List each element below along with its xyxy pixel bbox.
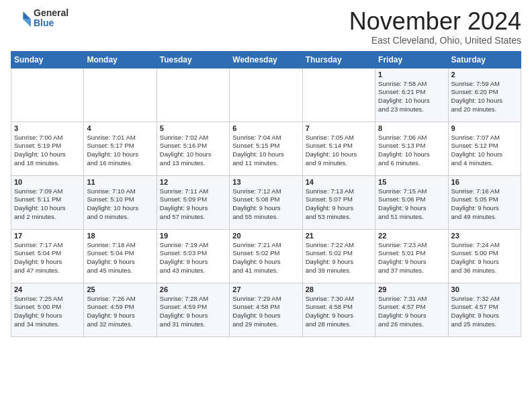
calendar-cell: 16Sunrise: 7:16 AMSunset: 5:05 PMDayligh… [448, 175, 521, 229]
calendar-table: Sunday Monday Tuesday Wednesday Thursday… [11, 51, 521, 337]
calendar-cell: 8Sunrise: 7:06 AMSunset: 5:13 PMDaylight… [375, 122, 448, 175]
calendar-cell: 30Sunrise: 7:32 AMSunset: 4:57 PMDayligh… [448, 283, 521, 336]
day-number: 4 [87, 124, 153, 132]
day-number: 26 [160, 285, 226, 293]
calendar-cell [302, 68, 375, 122]
day-info: Sunrise: 7:28 AMSunset: 4:59 PMDaylight:… [160, 295, 226, 329]
day-info: Sunrise: 7:23 AMSunset: 5:01 PMDaylight:… [378, 241, 445, 275]
calendar-cell: 7Sunrise: 7:05 AMSunset: 5:14 PMDaylight… [302, 122, 375, 175]
day-number: 16 [451, 178, 518, 186]
calendar-week-row: 17Sunrise: 7:17 AMSunset: 5:04 PMDayligh… [11, 229, 521, 283]
header: General Blue November 2024 East Clevelan… [0, 0, 532, 51]
day-info: Sunrise: 7:00 AMSunset: 5:19 PMDaylight:… [14, 134, 81, 168]
day-info: Sunrise: 7:30 AMSunset: 4:58 PMDaylight:… [306, 295, 372, 329]
day-number: 15 [378, 178, 445, 186]
day-number: 9 [451, 124, 518, 132]
logo-blue-text: Blue [34, 18, 69, 28]
calendar-cell [230, 68, 302, 122]
day-info: Sunrise: 7:25 AMSunset: 5:00 PMDaylight:… [14, 295, 81, 329]
col-friday: Friday [375, 51, 448, 68]
calendar-week-row: 3Sunrise: 7:00 AMSunset: 5:19 PMDaylight… [11, 122, 521, 175]
day-number: 21 [306, 232, 372, 240]
day-number: 22 [378, 232, 445, 240]
calendar-wrapper: Sunday Monday Tuesday Wednesday Thursday… [0, 51, 532, 342]
calendar-header-row: Sunday Monday Tuesday Wednesday Thursday… [11, 51, 521, 68]
calendar-week-row: 1Sunrise: 7:58 AMSunset: 6:21 PMDaylight… [11, 68, 521, 122]
calendar-cell: 19Sunrise: 7:19 AMSunset: 5:03 PMDayligh… [157, 229, 229, 283]
day-info: Sunrise: 7:26 AMSunset: 4:59 PMDaylight:… [87, 295, 153, 329]
calendar-cell: 11Sunrise: 7:10 AMSunset: 5:10 PMDayligh… [84, 175, 157, 229]
calendar-cell: 12Sunrise: 7:11 AMSunset: 5:09 PMDayligh… [157, 175, 229, 229]
day-number: 14 [306, 178, 372, 186]
day-info: Sunrise: 7:04 AMSunset: 5:15 PMDaylight:… [232, 134, 299, 168]
day-info: Sunrise: 7:58 AMSunset: 6:21 PMDaylight:… [378, 80, 445, 114]
day-number: 20 [232, 232, 299, 240]
day-number: 23 [451, 232, 518, 240]
day-info: Sunrise: 7:05 AMSunset: 5:14 PMDaylight:… [306, 134, 372, 168]
calendar-cell: 20Sunrise: 7:21 AMSunset: 5:02 PMDayligh… [230, 229, 302, 283]
calendar-cell: 2Sunrise: 7:59 AMSunset: 6:20 PMDaylight… [448, 68, 521, 122]
day-info: Sunrise: 7:24 AMSunset: 5:00 PMDaylight:… [451, 241, 518, 275]
day-info: Sunrise: 7:32 AMSunset: 4:57 PMDaylight:… [451, 295, 518, 329]
calendar-cell [11, 68, 84, 122]
day-number: 18 [87, 232, 153, 240]
day-info: Sunrise: 7:09 AMSunset: 5:11 PMDaylight:… [14, 187, 81, 222]
day-info: Sunrise: 7:18 AMSunset: 5:04 PMDaylight:… [87, 241, 153, 275]
calendar-cell: 4Sunrise: 7:01 AMSunset: 5:17 PMDaylight… [84, 122, 157, 175]
col-saturday: Saturday [448, 51, 521, 68]
day-info: Sunrise: 7:13 AMSunset: 5:07 PMDaylight:… [306, 187, 372, 222]
calendar-cell: 23Sunrise: 7:24 AMSunset: 5:00 PMDayligh… [448, 229, 521, 283]
day-number: 11 [87, 178, 153, 186]
day-info: Sunrise: 7:21 AMSunset: 5:02 PMDaylight:… [232, 241, 299, 275]
calendar-week-row: 10Sunrise: 7:09 AMSunset: 5:11 PMDayligh… [11, 175, 521, 229]
day-number: 29 [378, 285, 445, 293]
calendar-cell: 15Sunrise: 7:15 AMSunset: 5:06 PMDayligh… [375, 175, 448, 229]
day-number: 5 [160, 124, 226, 132]
day-info: Sunrise: 7:29 AMSunset: 4:58 PMDaylight:… [232, 295, 299, 329]
day-info: Sunrise: 7:02 AMSunset: 5:16 PMDaylight:… [160, 134, 226, 168]
calendar-cell [84, 68, 157, 122]
day-info: Sunrise: 7:17 AMSunset: 5:04 PMDaylight:… [14, 241, 81, 275]
calendar-cell: 9Sunrise: 7:07 AMSunset: 5:12 PMDaylight… [448, 122, 521, 175]
calendar-cell: 1Sunrise: 7:58 AMSunset: 6:21 PMDaylight… [375, 68, 448, 122]
day-number: 2 [451, 71, 518, 79]
day-number: 1 [378, 71, 445, 79]
month-title: November 2024 [349, 8, 521, 35]
day-number: 19 [160, 232, 226, 240]
day-number: 17 [14, 232, 81, 240]
day-info: Sunrise: 7:11 AMSunset: 5:09 PMDaylight:… [160, 187, 226, 222]
day-number: 3 [14, 124, 81, 132]
calendar-cell: 3Sunrise: 7:00 AMSunset: 5:19 PMDaylight… [11, 122, 84, 175]
calendar-week-row: 24Sunrise: 7:25 AMSunset: 5:00 PMDayligh… [11, 283, 521, 336]
day-number: 24 [14, 285, 81, 293]
day-number: 10 [14, 178, 81, 186]
svg-marker-1 [23, 11, 31, 19]
calendar-cell: 28Sunrise: 7:30 AMSunset: 4:58 PMDayligh… [302, 283, 375, 336]
day-info: Sunrise: 7:10 AMSunset: 5:10 PMDaylight:… [87, 187, 153, 222]
day-number: 30 [451, 285, 518, 293]
svg-marker-2 [23, 19, 31, 28]
day-number: 13 [232, 178, 299, 186]
logo-icon [11, 8, 31, 28]
day-info: Sunrise: 7:07 AMSunset: 5:12 PMDaylight:… [451, 134, 518, 168]
day-info: Sunrise: 7:15 AMSunset: 5:06 PMDaylight:… [378, 187, 445, 222]
logo: General Blue [11, 8, 69, 29]
col-wednesday: Wednesday [230, 51, 302, 68]
day-number: 27 [232, 285, 299, 293]
calendar-cell: 10Sunrise: 7:09 AMSunset: 5:11 PMDayligh… [11, 175, 84, 229]
day-info: Sunrise: 7:19 AMSunset: 5:03 PMDaylight:… [160, 241, 226, 275]
day-info: Sunrise: 7:06 AMSunset: 5:13 PMDaylight:… [378, 134, 445, 168]
calendar-body: 1Sunrise: 7:58 AMSunset: 6:21 PMDaylight… [11, 68, 521, 336]
day-number: 28 [306, 285, 372, 293]
day-info: Sunrise: 7:16 AMSunset: 5:05 PMDaylight:… [451, 187, 518, 222]
calendar-cell: 21Sunrise: 7:22 AMSunset: 5:02 PMDayligh… [302, 229, 375, 283]
page-wrapper: General Blue November 2024 East Clevelan… [0, 0, 532, 342]
day-info: Sunrise: 7:31 AMSunset: 4:57 PMDaylight:… [378, 295, 445, 329]
calendar-cell: 6Sunrise: 7:04 AMSunset: 5:15 PMDaylight… [230, 122, 302, 175]
logo-general-text: General [34, 8, 69, 18]
day-number: 25 [87, 285, 153, 293]
calendar-cell: 24Sunrise: 7:25 AMSunset: 5:00 PMDayligh… [11, 283, 84, 336]
calendar-cell: 25Sunrise: 7:26 AMSunset: 4:59 PMDayligh… [84, 283, 157, 336]
calendar-cell: 5Sunrise: 7:02 AMSunset: 5:16 PMDaylight… [157, 122, 229, 175]
col-thursday: Thursday [302, 51, 375, 68]
